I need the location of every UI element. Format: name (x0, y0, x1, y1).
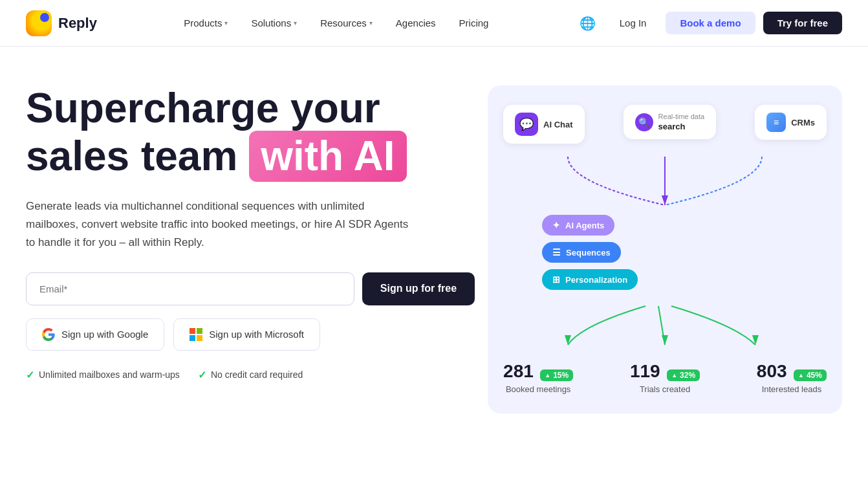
google-signup-button[interactable]: Sign up with Google (26, 318, 164, 351)
try-free-button[interactable]: Try for free (763, 12, 842, 34)
nav-products[interactable]: Products ▾ (175, 12, 237, 34)
svg-marker-5 (565, 335, 571, 345)
svg-marker-6 (662, 335, 668, 345)
checkmark-icon: ✓ (26, 369, 34, 381)
ai-chat-card: 💬 AI Chat (503, 105, 585, 144)
arrows-bottom (503, 303, 827, 348)
google-signup-label: Sign up with Google (61, 329, 148, 340)
realtime-data-card: 🔍 Real-time data search (624, 105, 717, 139)
sequences-icon: ☰ (552, 247, 561, 258)
hero-subtext: Generate leads via multichannel conditio… (26, 197, 414, 252)
hero-checks: ✓ Unlimited mailboxes and warm-ups ✓ No … (26, 369, 475, 381)
nav-agencies[interactable]: Agencies (387, 12, 445, 34)
crms-label: CRMs (791, 118, 815, 127)
arrows-top (503, 157, 827, 208)
check-mailboxes: ✓ Unlimited mailboxes and warm-ups (26, 369, 180, 381)
agents-icon: ✦ (552, 220, 560, 230)
stat-booked-meetings: 281 15% Booked meetings (503, 361, 573, 394)
svg-rect-0 (190, 328, 195, 334)
illustration-pills: ✦ AI Agents ☰ Sequences ⊞ Personalizatio… (542, 215, 827, 290)
svg-rect-2 (190, 335, 195, 341)
hero-right: 💬 AI Chat 🔍 Real-time data search ≡ CRMs (475, 85, 842, 413)
illustration: 💬 AI Chat 🔍 Real-time data search ≡ CRMs (488, 85, 842, 413)
chevron-down-icon: ▾ (369, 19, 373, 27)
social-buttons: Sign up with Google Sign up with Microso… (26, 318, 475, 351)
nav-actions: 🌐 Log In Book a demo Try for free (576, 11, 842, 36)
check-no-card: ✓ No credit card required (198, 369, 303, 381)
logo-icon (26, 10, 52, 36)
nav-pricing[interactable]: Pricing (450, 12, 498, 34)
language-button[interactable]: 🌐 (576, 11, 600, 36)
email-row: Sign up for free (26, 272, 475, 305)
hero-headline: Supercharge your sales team with AI (26, 85, 475, 182)
crms-card: ≡ CRMs (755, 105, 827, 140)
stat-badge-booked: 15% (540, 369, 573, 381)
personalization-pill: ⊞ Personalization (542, 269, 638, 290)
svg-rect-3 (197, 335, 202, 341)
connecting-arrows-svg (503, 157, 827, 208)
nav-solutions[interactable]: Solutions ▾ (242, 12, 306, 34)
google-icon (42, 328, 55, 341)
sequences-pill: ☰ Sequences (542, 242, 621, 263)
stat-badge-leads: 45% (794, 369, 827, 381)
svg-rect-1 (197, 328, 202, 334)
illustration-stats: 281 15% Booked meetings 119 32% Trials c… (503, 361, 827, 394)
chat-icon: 💬 (515, 113, 538, 136)
svg-marker-4 (662, 195, 668, 205)
logo-text: Reply (58, 15, 97, 32)
search-icon: 🔍 (635, 113, 653, 131)
book-demo-button[interactable]: Book a demo (666, 12, 755, 34)
login-button[interactable]: Log In (608, 12, 658, 34)
personalization-icon: ⊞ (552, 274, 560, 285)
ai-chat-label: AI Chat (543, 120, 573, 129)
headline-highlight: with AI (249, 131, 406, 181)
crm-icon: ≡ (766, 113, 786, 132)
stat-interested-leads: 803 45% Interested leads (757, 361, 827, 394)
chevron-down-icon: ▾ (224, 19, 228, 27)
signup-free-button[interactable]: Sign up for free (362, 272, 475, 305)
email-input[interactable] (26, 272, 354, 305)
stat-badge-trials: 32% (667, 369, 700, 381)
checkmark-icon: ✓ (198, 369, 206, 381)
navbar: Reply Products ▾ Solutions ▾ Resources ▾… (0, 0, 868, 47)
nav-links: Products ▾ Solutions ▾ Resources ▾ Agenc… (175, 12, 497, 34)
microsoft-signup-button[interactable]: Sign up with Microsoft (173, 318, 320, 351)
microsoft-icon (190, 328, 202, 341)
chevron-down-icon: ▾ (294, 19, 297, 27)
ai-agents-pill: ✦ AI Agents (542, 215, 614, 236)
hero-left: Supercharge your sales team with AI Gene… (26, 85, 475, 381)
hero-section: Supercharge your sales team with AI Gene… (0, 47, 868, 495)
illustration-top-row: 💬 AI Chat 🔍 Real-time data search ≡ CRMs (503, 105, 827, 144)
logo[interactable]: Reply (26, 10, 97, 36)
microsoft-signup-label: Sign up with Microsoft (209, 329, 304, 340)
bottom-arrows-svg (503, 303, 827, 348)
nav-resources[interactable]: Resources ▾ (311, 12, 382, 34)
stat-trials-created: 119 32% Trials created (630, 361, 700, 394)
